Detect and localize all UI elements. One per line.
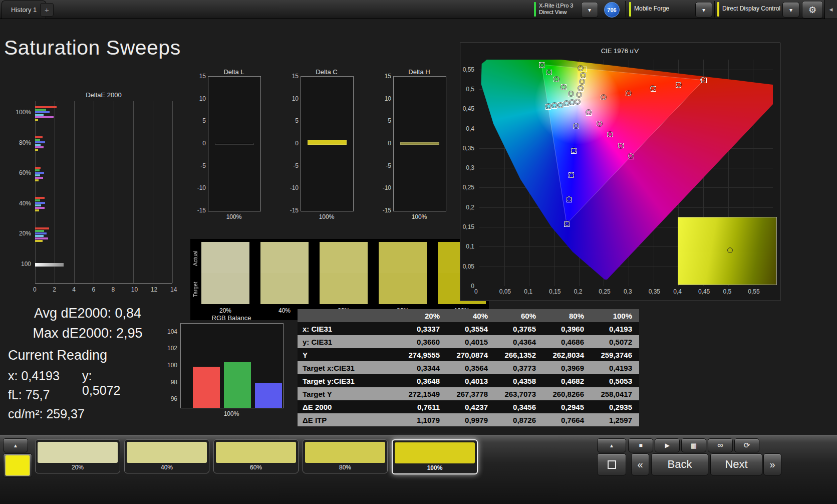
stop-square-icon	[608, 460, 616, 469]
de-bar-green	[35, 109, 46, 111]
de-bar-yellow	[35, 149, 38, 151]
back-button[interactable]: Back	[651, 453, 708, 475]
add-tab-button[interactable]: +	[40, 3, 54, 17]
swatch-button-label: 60%	[214, 464, 298, 471]
y-tick-label: -5	[286, 162, 299, 169]
table-row: Target y:CIE310,36480,40130,43580,46820,…	[298, 374, 639, 387]
y-tick-label: 0,4	[466, 125, 474, 132]
cell-value: 0,2945	[543, 400, 591, 413]
next-page-button[interactable]: »	[763, 453, 781, 475]
cell-value: 0,7611	[399, 400, 447, 413]
x-tick-label: 12	[151, 286, 157, 293]
y-tick-label: 0	[378, 140, 391, 147]
gridline	[114, 101, 114, 283]
x-tick-label: 4	[72, 286, 76, 293]
y-tick-label: 0,5	[466, 86, 474, 93]
delta-l-chart: Delta L 100% 151050-5-10-15	[193, 68, 264, 223]
top-bar: History 1 + X-Rite i1Pro 3 Direct View ▾…	[0, 0, 837, 19]
delta-bar	[308, 140, 347, 145]
pattern-list-up-button[interactable]: ▲	[3, 438, 28, 452]
delta-c-title: Delta C	[301, 68, 353, 76]
cell-value: 263,7073	[495, 387, 543, 400]
swatch-button-label: 40%	[125, 464, 209, 471]
saturation-button-60%[interactable]: 60%	[213, 439, 299, 473]
swatch-color	[127, 442, 207, 463]
x-tick-label: 14	[170, 286, 177, 293]
saturation-button-100%[interactable]: 100%	[392, 439, 478, 474]
measured-point-magenta	[597, 121, 602, 126]
row-label-target: Target	[192, 275, 198, 304]
cell-value: 0,7664	[543, 413, 591, 426]
stop-measurement-button[interactable]	[597, 453, 626, 475]
pattern-button[interactable]: ▦	[681, 438, 706, 452]
de-bar-blue	[35, 111, 50, 113]
x-tick-label: 0	[33, 286, 37, 293]
active-color-patch-button[interactable]	[3, 453, 32, 477]
transport-up-button[interactable]: ▲	[597, 438, 626, 452]
cell-value: 0,3554	[447, 322, 495, 335]
y-tick-label: 5	[378, 117, 391, 124]
de-bar-green	[35, 230, 44, 232]
column-header: 20%	[399, 309, 447, 322]
x-tick-label: 0,2	[574, 288, 583, 295]
de-bar-white	[35, 263, 64, 267]
source-dropdown-button[interactable]: ▾	[695, 2, 712, 18]
cell-value: 0,3773	[495, 361, 543, 374]
gridline	[153, 101, 153, 283]
x-tick-label: 2	[53, 286, 56, 293]
de-bar-green	[35, 139, 40, 141]
source-accent-bar	[629, 2, 631, 17]
cell-value: 267,3778	[447, 387, 495, 400]
cell-value: 0,3969	[543, 361, 591, 374]
play-button[interactable]: ▶	[655, 438, 680, 452]
tab-label: History 1	[11, 6, 37, 14]
measured-point-cyan	[564, 101, 569, 106]
de-bar-red	[35, 106, 57, 108]
rgb-bar-green	[224, 362, 251, 408]
y-tick-label: 15	[193, 73, 206, 80]
swatch-column-60%	[320, 242, 368, 304]
cell-value: 0,5072	[591, 335, 639, 348]
y-tick-label: 100	[167, 362, 177, 369]
cell-value: 1,2597	[591, 413, 639, 426]
swatch-column-40%	[260, 242, 309, 304]
cell-value: 0,3765	[495, 322, 543, 335]
y-tick-label: 102	[167, 345, 177, 352]
next-button[interactable]: Next	[710, 453, 762, 475]
y-tick-label: 15	[286, 73, 299, 80]
de-summary: Avg dE2000: 0,84 Max dE2000: 2,95	[10, 306, 165, 346]
target-swatch	[320, 273, 368, 304]
table-row: ΔE ITP1,10790,99790,87260,76641,2597	[298, 413, 639, 426]
deltae2000-x-labels: 02468101214	[35, 286, 172, 294]
cell-value: 0,4682	[543, 374, 591, 387]
cell-value: 0,8726	[495, 413, 543, 426]
saturation-button-40%[interactable]: 40%	[124, 439, 209, 473]
prev-page-button[interactable]: «	[631, 453, 649, 475]
saturation-button-80%[interactable]: 80%	[303, 439, 388, 473]
display-dropdown-button[interactable]: ▾	[782, 2, 799, 18]
meter-dropdown-button[interactable]: ▾	[581, 2, 598, 18]
cell-value: 0,4015	[447, 335, 495, 348]
cell-value: 0,4193	[591, 322, 639, 335]
cie-y-labels: 00,050,10,150,20,250,30,350,40,450,50,55	[460, 60, 477, 286]
delta-h-chart: Delta H 100% 151050-5-10-15	[378, 68, 449, 223]
current-reading-title: Current Reading	[8, 348, 107, 363]
tab-history-1[interactable]: History 1	[2, 1, 46, 19]
swatch-button-label: 80%	[303, 464, 387, 471]
x-tick-label: 0,5	[723, 288, 732, 295]
table-row: Target Y272,1549267,3778263,7073260,8266…	[298, 387, 639, 400]
y-tick-label: 15	[378, 73, 391, 80]
cie-1976-panel: CIE 1976 u'v' 00,050,10,150,20,250,30,35…	[460, 43, 780, 301]
stop-button[interactable]: ■	[628, 438, 653, 452]
saturation-button-20%[interactable]: 20%	[35, 439, 120, 473]
refresh-button[interactable]: ⟳	[734, 438, 759, 452]
collapse-panel-button[interactable]: ◀	[824, 0, 837, 19]
measured-point-magenta	[618, 143, 623, 148]
gridline	[35, 101, 36, 283]
y-tick-label: 0	[193, 140, 206, 147]
source-name: Mobile Forge	[634, 6, 669, 12]
cell-value: 0,4193	[591, 361, 639, 374]
loop-button[interactable]: ∞	[708, 438, 733, 452]
rgb-x-label: 100%	[180, 410, 283, 417]
settings-gear-button[interactable]: ⚙	[802, 1, 823, 19]
